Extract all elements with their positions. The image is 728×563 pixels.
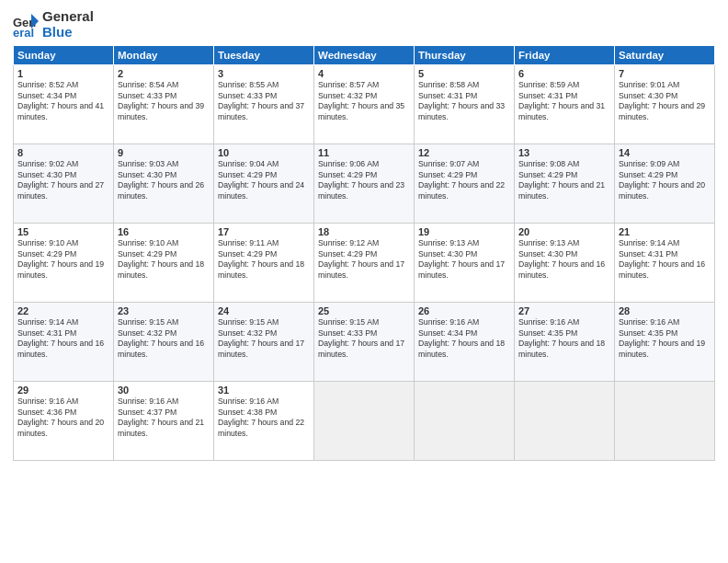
day-cell: 9Sunrise: 9:03 AMSunset: 4:30 PMDaylight… (114, 144, 214, 224)
cell-content: Sunrise: 9:10 AMSunset: 4:29 PMDaylight:… (17, 238, 104, 280)
week-row-2: 8Sunrise: 9:02 AMSunset: 4:30 PMDaylight… (14, 144, 715, 224)
day-number: 2 (118, 68, 210, 79)
cell-content: Sunrise: 8:55 AMSunset: 4:33 PMDaylight:… (218, 80, 304, 121)
cell-content: Sunrise: 9:13 AMSunset: 4:30 PMDaylight:… (518, 238, 605, 280)
day-number: 17 (218, 226, 310, 237)
day-number: 26 (418, 305, 510, 316)
cell-content: Sunrise: 9:07 AMSunset: 4:29 PMDaylight:… (418, 159, 505, 201)
day-number: 12 (418, 147, 510, 158)
day-cell: 19Sunrise: 9:13 AMSunset: 4:30 PMDayligh… (415, 224, 515, 303)
cell-content: Sunrise: 9:15 AMSunset: 4:32 PMDaylight:… (218, 317, 304, 359)
week-row-1: 1Sunrise: 8:52 AMSunset: 4:34 PMDaylight… (14, 65, 715, 144)
cell-content: Sunrise: 9:03 AMSunset: 4:30 PMDaylight:… (118, 159, 204, 201)
cell-content: Sunrise: 9:15 AMSunset: 4:32 PMDaylight:… (118, 317, 204, 359)
logo-line2: Blue (42, 25, 94, 40)
weekday-header-sunday: Sunday (14, 46, 114, 65)
cell-content: Sunrise: 9:11 AMSunset: 4:29 PMDaylight:… (218, 238, 304, 280)
weekday-header-row: SundayMondayTuesdayWednesdayThursdayFrid… (14, 46, 715, 65)
header: Gen eral General Blue (13, 9, 715, 40)
day-number: 23 (118, 305, 210, 316)
day-cell: 14Sunrise: 9:09 AMSunset: 4:29 PMDayligh… (615, 144, 715, 224)
day-cell (615, 382, 715, 461)
day-cell: 10Sunrise: 9:04 AMSunset: 4:29 PMDayligh… (214, 144, 314, 224)
day-cell: 15Sunrise: 9:10 AMSunset: 4:29 PMDayligh… (14, 224, 114, 303)
cell-content: Sunrise: 9:16 AMSunset: 4:35 PMDaylight:… (518, 317, 605, 359)
day-cell: 17Sunrise: 9:11 AMSunset: 4:29 PMDayligh… (214, 224, 314, 303)
day-cell: 27Sunrise: 9:16 AMSunset: 4:35 PMDayligh… (515, 303, 615, 382)
day-cell: 12Sunrise: 9:07 AMSunset: 4:29 PMDayligh… (415, 144, 515, 224)
day-cell: 24Sunrise: 9:15 AMSunset: 4:32 PMDayligh… (214, 303, 314, 382)
day-cell: 5Sunrise: 8:58 AMSunset: 4:31 PMDaylight… (415, 65, 515, 144)
cell-content: Sunrise: 8:58 AMSunset: 4:31 PMDaylight:… (418, 80, 505, 121)
calendar-page: Gen eral General Blue SundayMondayTuesda… (0, 0, 728, 563)
cell-content: Sunrise: 9:04 AMSunset: 4:29 PMDaylight:… (218, 159, 304, 201)
cell-content: Sunrise: 8:54 AMSunset: 4:33 PMDaylight:… (118, 80, 204, 121)
day-number: 8 (17, 147, 109, 158)
day-number: 19 (418, 226, 510, 237)
day-number: 18 (318, 226, 410, 237)
day-cell: 18Sunrise: 9:12 AMSunset: 4:29 PMDayligh… (314, 224, 415, 303)
cell-content: Sunrise: 9:14 AMSunset: 4:31 PMDaylight:… (619, 238, 705, 280)
cell-content: Sunrise: 9:08 AMSunset: 4:29 PMDaylight:… (518, 159, 605, 201)
cell-content: Sunrise: 9:16 AMSunset: 4:36 PMDaylight:… (17, 396, 104, 438)
logo: Gen eral General Blue (13, 9, 94, 40)
day-cell: 28Sunrise: 9:16 AMSunset: 4:35 PMDayligh… (615, 303, 715, 382)
cell-content: Sunrise: 9:01 AMSunset: 4:30 PMDaylight:… (619, 80, 705, 121)
weekday-header-saturday: Saturday (615, 46, 715, 65)
day-cell: 8Sunrise: 9:02 AMSunset: 4:30 PMDaylight… (14, 144, 114, 224)
cell-content: Sunrise: 9:15 AMSunset: 4:33 PMDaylight:… (318, 317, 404, 359)
cell-content: Sunrise: 8:57 AMSunset: 4:32 PMDaylight:… (318, 80, 404, 121)
day-number: 1 (17, 68, 109, 79)
day-number: 30 (118, 385, 210, 396)
day-cell: 26Sunrise: 9:16 AMSunset: 4:34 PMDayligh… (415, 303, 515, 382)
cell-content: Sunrise: 8:52 AMSunset: 4:34 PMDaylight:… (17, 80, 104, 121)
day-number: 22 (17, 305, 109, 316)
cell-content: Sunrise: 9:13 AMSunset: 4:30 PMDaylight:… (418, 238, 505, 280)
day-number: 11 (318, 147, 410, 158)
week-row-5: 29Sunrise: 9:16 AMSunset: 4:36 PMDayligh… (14, 382, 715, 461)
calendar-table: SundayMondayTuesdayWednesdayThursdayFrid… (13, 45, 715, 461)
cell-content: Sunrise: 9:16 AMSunset: 4:37 PMDaylight:… (118, 396, 204, 438)
logo-line1: General (42, 9, 94, 25)
day-number: 28 (619, 305, 711, 316)
day-number: 13 (518, 147, 610, 158)
svg-text:eral: eral (13, 26, 34, 38)
day-cell: 21Sunrise: 9:14 AMSunset: 4:31 PMDayligh… (615, 224, 715, 303)
day-cell: 7Sunrise: 9:01 AMSunset: 4:30 PMDaylight… (615, 65, 715, 144)
day-number: 20 (518, 226, 610, 237)
day-cell: 22Sunrise: 9:14 AMSunset: 4:31 PMDayligh… (14, 303, 114, 382)
day-cell: 29Sunrise: 9:16 AMSunset: 4:36 PMDayligh… (14, 382, 114, 461)
cell-content: Sunrise: 9:02 AMSunset: 4:30 PMDaylight:… (17, 159, 104, 201)
day-cell: 16Sunrise: 9:10 AMSunset: 4:29 PMDayligh… (114, 224, 214, 303)
weekday-header-wednesday: Wednesday (314, 46, 415, 65)
day-cell: 11Sunrise: 9:06 AMSunset: 4:29 PMDayligh… (314, 144, 415, 224)
day-cell: 4Sunrise: 8:57 AMSunset: 4:32 PMDaylight… (314, 65, 415, 144)
day-number: 14 (619, 147, 711, 158)
day-number: 10 (218, 147, 310, 158)
day-cell: 6Sunrise: 8:59 AMSunset: 4:31 PMDaylight… (515, 65, 615, 144)
day-number: 3 (218, 68, 310, 79)
day-cell: 1Sunrise: 8:52 AMSunset: 4:34 PMDaylight… (14, 65, 114, 144)
day-number: 7 (619, 68, 711, 79)
day-number: 31 (218, 385, 310, 396)
cell-content: Sunrise: 9:06 AMSunset: 4:29 PMDaylight:… (318, 159, 404, 201)
day-cell: 2Sunrise: 8:54 AMSunset: 4:33 PMDaylight… (114, 65, 214, 144)
day-number: 29 (17, 385, 109, 396)
day-cell (415, 382, 515, 461)
day-cell: 31Sunrise: 9:16 AMSunset: 4:38 PMDayligh… (214, 382, 314, 461)
day-cell (314, 382, 415, 461)
day-cell: 30Sunrise: 9:16 AMSunset: 4:37 PMDayligh… (114, 382, 214, 461)
cell-content: Sunrise: 9:12 AMSunset: 4:29 PMDaylight:… (318, 238, 404, 280)
week-row-3: 15Sunrise: 9:10 AMSunset: 4:29 PMDayligh… (14, 224, 715, 303)
day-number: 25 (318, 305, 410, 316)
day-cell: 25Sunrise: 9:15 AMSunset: 4:33 PMDayligh… (314, 303, 415, 382)
day-number: 27 (518, 305, 610, 316)
day-number: 16 (118, 226, 210, 237)
day-cell (515, 382, 615, 461)
cell-content: Sunrise: 9:09 AMSunset: 4:29 PMDaylight:… (619, 159, 705, 201)
weekday-header-monday: Monday (114, 46, 214, 65)
cell-content: Sunrise: 9:10 AMSunset: 4:29 PMDaylight:… (118, 238, 204, 280)
day-number: 21 (619, 226, 711, 237)
logo-icon: Gen eral (13, 12, 39, 38)
day-number: 9 (118, 147, 210, 158)
